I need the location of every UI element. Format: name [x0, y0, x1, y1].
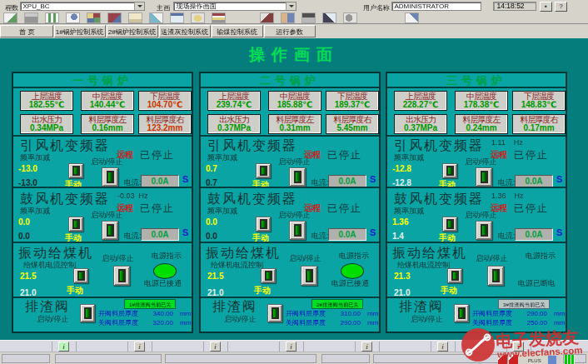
freq-adjust-button[interactable] — [442, 217, 457, 232]
temp-box: 下层温度 189.37℃ — [326, 91, 379, 111]
current-label: 电流: — [124, 232, 142, 241]
tab-slag[interactable]: 送渣灰控制系统 — [159, 25, 211, 37]
info-button[interactable]: i — [361, 342, 372, 352]
temp-box: 上层温度 239.74℃ — [207, 91, 261, 111]
power-label: 电源指示 — [339, 252, 369, 261]
folder-icon[interactable] — [128, 12, 142, 23]
status-stopped: 已停止 — [327, 148, 362, 162]
info-button[interactable]: i — [58, 342, 69, 352]
close-threshold-row: 关阀料层厚度320.00mm — [98, 318, 191, 327]
section-title: 鼓风机变频器 — [394, 191, 484, 208]
freq-setpoint: 0.0 — [18, 217, 30, 227]
project-combo[interactable]: XPU_BC — [20, 2, 145, 11]
current-readout: 0.0A — [515, 175, 553, 187]
status-field[interactable] — [321, 354, 370, 363]
photo-icon[interactable] — [301, 12, 316, 23]
bar-chart-icon[interactable] — [45, 12, 59, 23]
back-arrow-icon[interactable] — [149, 12, 163, 23]
valve-status-badge: 2#排渣阀当前已关 — [311, 299, 363, 309]
manual-label: 手动 — [65, 179, 82, 188]
manual-label: 手动 — [252, 232, 269, 243]
temp-box: 出水压力 0.34MPa — [20, 114, 73, 134]
section-title: 振动给煤机 — [206, 245, 281, 262]
status-stopped: 已停止 — [140, 148, 175, 162]
freq-setpoint: -12.8 — [392, 164, 411, 173]
chevron-down-icon[interactable] — [286, 2, 296, 10]
separator — [379, 342, 380, 352]
start-stop-button[interactable] — [487, 266, 504, 286]
freq-label: 频率加减 — [20, 207, 50, 216]
startstop-label: 启动/停止 — [224, 315, 257, 324]
feeder-adjust-button[interactable] — [73, 268, 88, 283]
current-label: 电流: — [498, 232, 516, 241]
status-stopped: 已停止 — [327, 202, 362, 216]
freq-feedback: 1.4 — [392, 232, 404, 241]
start-stop-button[interactable] — [102, 167, 118, 187]
valve-button[interactable] — [454, 304, 469, 322]
current-readout: 0.0A — [328, 175, 366, 187]
freq-adjust-button[interactable] — [256, 163, 271, 178]
feeder-setpoint: 21.5 — [20, 272, 36, 281]
temp-box: 料层厚度左 0.31mm — [268, 114, 321, 134]
freq-setpoint: 1.36 — [392, 217, 408, 227]
start-stop-button[interactable] — [289, 167, 306, 187]
start-stop-button[interactable] — [289, 221, 306, 240]
film-icon[interactable] — [322, 12, 336, 23]
image-icon[interactable] — [107, 12, 122, 23]
valve-button[interactable] — [267, 304, 282, 322]
report-icon[interactable] — [212, 12, 226, 23]
info-button[interactable]: i — [286, 342, 296, 352]
status-field[interactable] — [165, 354, 316, 363]
tab-boiler2[interactable]: 2#锅炉控制系统 — [107, 25, 158, 37]
palette-icon[interactable] — [87, 12, 101, 23]
current-readout: 0.0A — [141, 228, 179, 241]
status-stopped: 已停止 — [514, 148, 549, 162]
feeder-setpoint: 21.5 — [207, 272, 223, 281]
status-field[interactable] — [2, 354, 50, 363]
window-icon[interactable] — [170, 12, 184, 23]
freq-adjust-button[interactable] — [68, 217, 83, 232]
printer-icon[interactable] — [24, 12, 38, 23]
freq-adjust-button[interactable] — [68, 163, 83, 178]
temp-box: 上层温度 182.55℃ — [20, 91, 73, 111]
power-label: 电源指示 — [526, 252, 556, 261]
info-button[interactable]: i — [134, 342, 145, 352]
export-window-icon[interactable] — [405, 12, 419, 23]
temp-box: 出水压力 0.37MPa — [207, 114, 261, 134]
screen-combo[interactable]: 现场操作画面 — [173, 2, 296, 11]
bell-icon[interactable] — [191, 12, 205, 23]
start-stop-button[interactable] — [476, 167, 492, 187]
coal-feeder-section: 振动给煤机 给煤机电流控制 21.3 21.0 手动 启动/停止 电源指示 电源… — [387, 243, 566, 298]
exit-icon[interactable] — [3, 12, 17, 23]
gear-icon[interactable] — [343, 12, 357, 23]
tab-boiler1[interactable]: 1#锅炉控制系统 — [54, 25, 106, 37]
start-stop-button[interactable] — [102, 221, 118, 240]
help-button[interactable]: ? — [555, 2, 567, 12]
blower-fan-section: 鼓风机变频器 1.36 Hz 频率加减 远程 已停止 启动/停止 1.36 1.… — [387, 188, 566, 243]
freq-setpoint: -13.0 — [18, 164, 37, 173]
tab-params[interactable]: 运行参数 — [264, 25, 316, 37]
users-icon[interactable] — [281, 12, 295, 23]
start-stop-button[interactable] — [476, 221, 492, 240]
user-field[interactable]: ADMINISTRATOR — [391, 2, 481, 11]
feeder-adjust-button[interactable] — [261, 268, 276, 283]
freq-adjust-button[interactable] — [442, 163, 457, 178]
tab-home[interactable]: 首 页 — [0, 25, 53, 37]
button-slot-icon — [265, 271, 272, 281]
start-stop-button[interactable] — [301, 266, 317, 286]
key-icon[interactable] — [260, 12, 274, 23]
key-button[interactable]: ▪ — [540, 2, 552, 12]
status-field[interactable] — [55, 354, 162, 363]
tab-coal[interactable]: 输煤控制系统 — [212, 25, 263, 37]
chevron-down-icon[interactable] — [134, 2, 144, 10]
zoom-icon[interactable] — [66, 12, 80, 23]
feeder-adjust-button[interactable] — [447, 268, 462, 283]
power-status: 电源已接通 — [144, 279, 182, 288]
freq-adjust-button[interactable] — [256, 217, 271, 232]
start-stop-button[interactable] — [113, 266, 130, 286]
section-title: 鼓风机变频器 — [20, 191, 110, 208]
manual-label: 手动 — [65, 232, 82, 243]
valve-button[interactable] — [80, 304, 95, 322]
button-slot-icon — [458, 307, 466, 319]
info-button[interactable]: i — [210, 342, 221, 352]
